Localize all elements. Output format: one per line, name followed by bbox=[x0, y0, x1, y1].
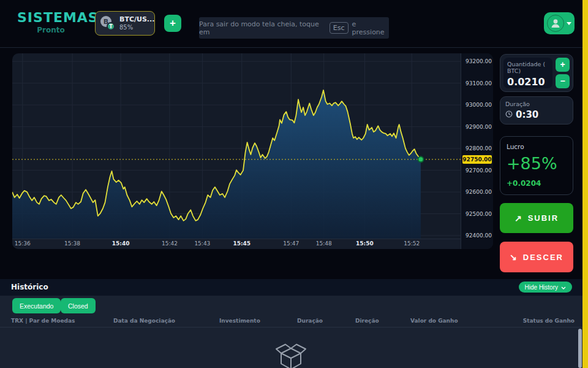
amount-field[interactable]: Quantidade ( BTC) 0.0210 bbox=[503, 58, 552, 88]
plus-icon: + bbox=[560, 59, 565, 69]
asset-pair-icons: B T bbox=[100, 16, 115, 31]
user-avatar-icon bbox=[547, 15, 564, 32]
chevron-down-icon bbox=[561, 284, 566, 291]
y-tick-label: 93000.00 bbox=[466, 102, 493, 108]
clock-icon bbox=[505, 109, 513, 120]
profit-amount: +0.0204 bbox=[507, 179, 567, 188]
asset-tab[interactable]: B T BTC/US... 85% bbox=[95, 11, 155, 36]
current-price-tag: 92750.00 bbox=[462, 155, 492, 164]
profit-card: Lucro +85% +0.0204 bbox=[500, 136, 573, 195]
amount-label: Quantidade ( BTC) bbox=[507, 61, 549, 75]
plus-icon: + bbox=[170, 17, 176, 29]
column-header-status: Status do Ganho bbox=[523, 318, 575, 324]
arrow-up-right-icon: ↗ bbox=[514, 213, 523, 223]
column-header-gain: Valor do Ganho bbox=[410, 318, 458, 324]
history-scrollbar-thumb[interactable] bbox=[578, 329, 582, 368]
asset-pair-label: BTC/US... bbox=[119, 15, 154, 24]
column-header-investment: Investimento bbox=[219, 318, 260, 324]
toast-text-before: Para sair do modo tela cheia, toque em bbox=[199, 20, 326, 36]
buy-up-button[interactable]: ↗ SUBIR bbox=[500, 203, 573, 233]
brand-subtitle: Pronto bbox=[17, 26, 85, 34]
price-chart bbox=[12, 53, 461, 239]
duration-card[interactable]: Duração 0:30 bbox=[500, 96, 573, 125]
fullscreen-toast: Para sair do modo tela cheia, toque em E… bbox=[199, 17, 389, 39]
y-tick-label: 93200.00 bbox=[466, 58, 493, 64]
x-tick-label: 15:38 bbox=[59, 240, 86, 247]
account-menu-button[interactable] bbox=[544, 12, 575, 34]
x-tick-label: 15:40 bbox=[107, 240, 134, 247]
x-tick-label: 15:50 bbox=[351, 240, 378, 247]
column-header-duration: Duração bbox=[297, 318, 323, 324]
arrow-down-right-icon: ↘ bbox=[510, 252, 518, 262]
y-tick-label: 92700.00 bbox=[466, 167, 493, 174]
esc-key-badge: Esc bbox=[330, 22, 349, 34]
time-axis: 15:3615:3815:4015:4215:4315:4515:4715:48… bbox=[12, 239, 461, 249]
hide-history-button[interactable]: Hide History bbox=[519, 282, 572, 293]
add-asset-button[interactable]: + bbox=[164, 15, 181, 32]
x-tick-label: 15:42 bbox=[156, 240, 183, 247]
column-header-direction: Direção bbox=[355, 318, 379, 324]
filter-closed-button[interactable]: Closed bbox=[61, 298, 96, 313]
x-tick-label: 15:45 bbox=[228, 240, 255, 247]
column-header-pair: TRX | Par de Moedas bbox=[11, 318, 75, 324]
filter-running-button[interactable]: Executando bbox=[12, 298, 61, 313]
page-scrollbar[interactable] bbox=[582, 0, 588, 368]
x-tick-label: 15:43 bbox=[189, 240, 216, 247]
sell-down-label: DESCER bbox=[523, 253, 564, 262]
history-section: Histórico Hide History Executando Closed… bbox=[0, 279, 588, 368]
last-price-dot bbox=[418, 156, 423, 162]
history-titlebar: Histórico Hide History bbox=[0, 279, 588, 296]
brand-title: SISTEMAS bbox=[17, 10, 85, 25]
area-fill bbox=[12, 90, 421, 239]
y-tick-label: 93100.00 bbox=[466, 80, 493, 86]
minus-icon: − bbox=[560, 76, 565, 86]
toast-text-after: e pressione bbox=[352, 20, 389, 36]
trading-app: SISTEMAS Pronto B T BTC/US... 85% + Para… bbox=[0, 0, 588, 368]
column-header-date: Data da Negociação bbox=[113, 318, 175, 324]
empty-box-icon bbox=[274, 339, 308, 368]
x-tick-label: 15:36 bbox=[12, 240, 36, 247]
asset-payout-label: 85% bbox=[119, 24, 154, 32]
y-tick-label: 92600.00 bbox=[466, 189, 493, 195]
buy-up-label: SUBIR bbox=[528, 213, 559, 223]
asset-tab-texts: BTC/US... 85% bbox=[119, 15, 154, 31]
decrease-amount-button[interactable]: − bbox=[556, 74, 570, 88]
amount-stepper: + − bbox=[556, 58, 570, 88]
tether-coin-icon: T bbox=[107, 22, 115, 31]
y-tick-label: 92400.00 bbox=[466, 232, 493, 239]
dropdown-caret-icon bbox=[567, 22, 571, 25]
increase-amount-button[interactable]: + bbox=[556, 58, 570, 72]
price-axis: 93200.0093100.0093000.0092900.0092800.00… bbox=[461, 53, 493, 249]
y-tick-label: 92500.00 bbox=[466, 211, 493, 217]
history-title: Histórico bbox=[11, 283, 48, 291]
brand-logo: SISTEMAS Pronto bbox=[17, 10, 85, 34]
sell-down-button[interactable]: ↘ DESCER bbox=[500, 242, 573, 272]
x-tick-label: 15:52 bbox=[398, 240, 425, 247]
amount-value: 0.0210 bbox=[507, 76, 549, 88]
top-header: SISTEMAS Pronto B T BTC/US... 85% + Para… bbox=[0, 0, 588, 48]
profit-label: Lucro bbox=[507, 143, 567, 150]
table-divider bbox=[0, 327, 588, 328]
y-tick-label: 92800.00 bbox=[466, 145, 493, 151]
amount-card: Quantidade ( BTC) 0.0210 + − bbox=[500, 54, 573, 92]
x-tick-label: 15:48 bbox=[311, 240, 337, 247]
x-tick-label: 15:47 bbox=[277, 240, 304, 247]
duration-label: Duração bbox=[505, 101, 568, 107]
price-chart-panel: 15:3615:3815:4015:4215:4315:4515:4715:48… bbox=[12, 53, 493, 249]
duration-value: 0:30 bbox=[516, 109, 538, 120]
history-content: Executando Closed TRX | Par de Moedas Da… bbox=[0, 296, 588, 368]
hide-history-label: Hide History bbox=[525, 284, 558, 291]
y-tick-label: 92900.00 bbox=[466, 124, 493, 130]
profit-percent: +85% bbox=[507, 154, 567, 173]
